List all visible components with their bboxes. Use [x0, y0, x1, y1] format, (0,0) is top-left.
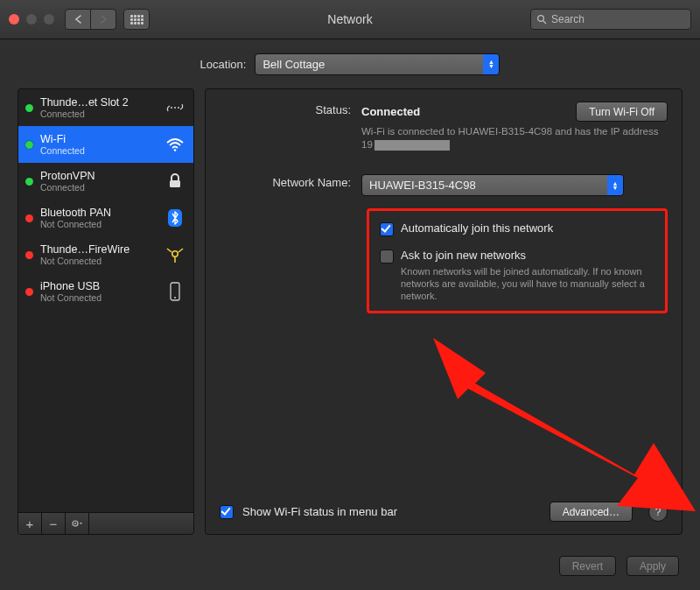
status-value: Connected [361, 105, 420, 118]
ask-to-join-checkbox[interactable] [380, 249, 394, 263]
network-name-select[interactable]: HUAWEI-B315-4C98 ▲▼ [361, 174, 624, 196]
remove-interface-button[interactable]: − [42, 513, 66, 534]
svg-marker-16 [433, 338, 696, 511]
sidebar-footer: + − [18, 512, 193, 534]
sidebar-item-label: Thunde…et Slot 2 [40, 96, 157, 109]
svg-rect-6 [170, 180, 180, 187]
window-close-button[interactable] [9, 14, 19, 25]
network-name-value: HUAWEI-B315-4C98 [369, 179, 476, 192]
status-description: Wi-Fi is connected to HUAWEI-B315-4C98 a… [361, 125, 668, 151]
auto-join-label: Automatically join this network [401, 221, 553, 235]
location-select[interactable]: Bell Cottage ▲▼ [255, 53, 500, 75]
window-minimize-button[interactable] [26, 14, 37, 25]
sidebar-item-label: ProtonVPN [40, 170, 157, 182]
iphone-icon [164, 281, 186, 302]
svg-point-2 [174, 107, 176, 109]
show-wifi-status-checkbox[interactable] [220, 505, 234, 519]
svg-point-5 [174, 149, 177, 151]
status-dot-icon [25, 214, 33, 222]
show-all-button[interactable] [123, 9, 150, 30]
chevron-updown-icon: ▲▼ [483, 54, 499, 74]
sidebar-item-label: Thunde…FireWire [40, 243, 157, 256]
sidebar-item-label: Bluetooth PAN [40, 207, 157, 219]
details-panel: Status: Connected Turn Wi-Fi Off Wi-Fi i… [205, 88, 682, 535]
annotation-highlight-box: Automatically join this network Ask to j… [367, 208, 668, 313]
svg-point-4 [178, 107, 179, 109]
svg-point-0 [538, 16, 544, 22]
sidebar-item-status: Not Connected [40, 292, 157, 303]
sidebar-item-status: Not Connected [40, 256, 157, 266]
location-value: Bell Cottage [262, 58, 325, 71]
window-traffic-lights [9, 14, 54, 25]
status-dot-icon [25, 104, 33, 112]
firewire-icon [164, 244, 186, 265]
revert-button[interactable]: Revert [559, 556, 616, 576]
search-field[interactable]: Search [530, 9, 691, 30]
annotation-arrow [433, 338, 696, 513]
sidebar-item-status: Connected [40, 145, 157, 156]
svg-point-8 [172, 251, 178, 256]
sidebar-item-wifi[interactable]: Wi-Fi Connected [18, 126, 193, 163]
interface-sidebar: Thunde…et Slot 2 Connected Wi-Fi Connect… [18, 88, 194, 535]
advanced-button[interactable]: Advanced… [550, 502, 633, 522]
svg-point-15 [74, 523, 76, 524]
status-dot-icon [25, 251, 33, 259]
chevron-updown-icon: ▲▼ [607, 175, 623, 195]
sidebar-item-status: Connected [40, 182, 157, 193]
help-button[interactable]: ? [648, 502, 668, 522]
status-dot-icon [25, 178, 33, 186]
lock-icon [164, 171, 186, 192]
sidebar-item-status: Connected [40, 109, 157, 119]
svg-line-11 [178, 249, 183, 252]
sidebar-item-label: Wi-Fi [40, 133, 157, 145]
turn-wifi-off-button[interactable]: Turn Wi-Fi Off [576, 102, 668, 122]
sidebar-item-bluetooth[interactable]: Bluetooth PAN Not Connected [18, 200, 193, 236]
svg-line-1 [543, 21, 546, 24]
status-dot-icon [25, 141, 33, 149]
gear-icon [71, 518, 83, 529]
status-label: Status: [220, 102, 361, 151]
sidebar-item-firewire[interactable]: Thunde…FireWire Not Connected [18, 236, 193, 273]
auto-join-checkbox[interactable] [380, 222, 394, 236]
sidebar-item-protonvpn[interactable]: ProtonVPN Connected [18, 163, 193, 200]
show-wifi-status-label: Show Wi-Fi status in menu bar [242, 505, 397, 518]
svg-line-10 [167, 249, 172, 252]
svg-point-13 [174, 297, 176, 299]
nav-forward-button[interactable] [91, 9, 116, 30]
location-row: Location: Bell Cottage ▲▼ [0, 39, 700, 88]
add-interface-button[interactable]: + [18, 513, 42, 534]
search-icon [536, 14, 547, 25]
ip-redacted [374, 140, 450, 151]
footer-buttons: Revert Apply [559, 556, 679, 576]
svg-point-3 [171, 107, 172, 109]
sidebar-item-status: Not Connected [40, 219, 157, 229]
thunderbolt-bridge-icon [164, 97, 186, 118]
network-name-label: Network Name: [220, 174, 361, 313]
titlebar: Network Search [0, 0, 700, 39]
interface-list: Thunde…et Slot 2 Connected Wi-Fi Connect… [18, 89, 193, 512]
location-label: Location: [200, 58, 247, 71]
wifi-icon [164, 134, 186, 155]
sidebar-item-iphoneusb[interactable]: iPhone USB Not Connected [18, 273, 193, 310]
sidebar-item-thunderbolt[interactable]: Thunde…et Slot 2 Connected [18, 89, 193, 126]
interface-actions-menu[interactable] [66, 513, 89, 534]
window-zoom-button[interactable] [44, 14, 54, 25]
bluetooth-icon [164, 207, 186, 228]
apply-button[interactable]: Apply [626, 556, 679, 576]
ask-to-join-description: Known networks will be joined automatica… [401, 265, 654, 302]
ask-to-join-label: Ask to join new networks [401, 249, 654, 262]
search-placeholder: Search [551, 13, 584, 25]
sidebar-item-label: iPhone USB [40, 280, 157, 292]
status-dot-icon [25, 288, 33, 296]
nav-back-button[interactable] [65, 9, 91, 30]
